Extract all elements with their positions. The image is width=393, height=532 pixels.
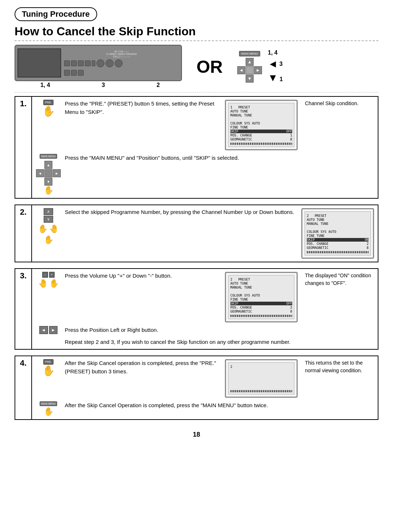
step-3-block: 3. − + ✋ ✋ Press the Volume Up "+" or Do… [15, 268, 378, 350]
step-3-icon-vol: − + ✋ ✋ [36, 272, 61, 288]
step-1-text-1: Press the "PRE." (PRESET) button 5 times… [65, 100, 221, 116]
step-4-text-1: After the Skip Cancel operation is compl… [65, 359, 221, 376]
step-4-content: PRE. ✋ After the Skip Cancel operation i… [32, 356, 378, 419]
step-3-screen: 2 PRESET AUTO TUNE MANUAL TUNE COLOUR SY… [225, 272, 298, 322]
step-3-text-2: Press the Position Left or Right button. [65, 326, 374, 334]
step-3-row-1: − + ✋ ✋ Press the Volume Up "+" or Down … [36, 272, 374, 322]
title-text: Tuning Procedure [22, 9, 90, 19]
step-2-row-1: ∧ ∨ ✋ ✋ ✋ Select the skipped Programme N… [36, 208, 374, 259]
step-4-icon-pre: PRE. ✋ [36, 359, 61, 377]
step-2-content: ∧ ∨ ✋ ✋ ✋ Select the skipped Programme N… [32, 205, 378, 262]
step-3-content: − + ✋ ✋ Press the Volume Up "+" or Down … [32, 269, 378, 349]
or-text: OR [196, 57, 223, 77]
step-3-row-2: ◄ ► Press the Position Left or Right but… [36, 326, 374, 334]
step-4-text-2: After the Skip Cancel Operation is compl… [65, 401, 374, 410]
diagram-label-1-4: 1, 4 [40, 82, 50, 88]
step-4-row-1: PRE. ✋ After the Skip Cancel operation i… [36, 359, 374, 398]
step-1-row-2: MAIN MENU ▲ ◄ ► ▼ ✋ Press the "MAIN ME [36, 154, 374, 195]
or-divider: OR [196, 57, 223, 77]
step-3-text-1: Press the Volume Up "+" or Down "-" butt… [65, 272, 221, 280]
step-1-screen: 1 PRESET AUTO TUNE MANUAL TUNE COLOUR SY… [225, 100, 298, 150]
step-1-row-1: PRE. ✋ Press the "PRE." (PRESET) button … [36, 100, 374, 150]
step-1-content: PRE. ✋ Press the "PRE." (PRESET) button … [32, 97, 378, 198]
step-3-number: 3. [15, 269, 32, 349]
step-1-block: 1. PRE. ✋ Press the "PRE." (PRESET) butt… [15, 96, 378, 199]
step-4-number: 4. [15, 356, 32, 419]
step-1-icon-mainmenu: MAIN MENU ▲ ◄ ► ▼ ✋ [36, 154, 61, 195]
step-1-number: 1. [15, 97, 32, 198]
steps-container: 1. PRE. ✋ Press the "PRE." (PRESET) butt… [15, 96, 378, 420]
main-heading: How to Cancel the Skip Function [15, 25, 378, 41]
tv-diagram: AV 2 IN ——S VIDEO VIDEO #AUDIO#CH△▽ — — … [15, 45, 378, 92]
step-1-text-2: Press the "MAIN MENU" and "Position" but… [65, 154, 374, 162]
remote-right: MAIN MENU ▲ ◄ ► ▼ 1, 4 [237, 49, 283, 84]
tv-small-screen [17, 48, 61, 78]
step-2-text: Select the skipped Programme Number, by … [65, 208, 298, 217]
step-3-note: The displayed "ON" condition changes to … [301, 272, 374, 287]
step-2-number: 2. [15, 205, 32, 262]
tv-front-panel: AV 2 IN ——S VIDEO VIDEO #AUDIO#CH△▽ — — … [15, 45, 182, 88]
step-1-note-1: Channel Skip condition. [301, 100, 374, 107]
main-menu-icon: MAIN MENU [239, 51, 260, 56]
step-2-block: 2. ∧ ∨ ✋ ✋ ✋ Select the skipped [15, 205, 378, 262]
step-3-icon-lr: ◄ ► [36, 326, 61, 334]
right-label-1-4: 1, 4 [268, 49, 278, 56]
step-2-screen: 2 PRESET AUTO TUNE MANUAL TUNE COLOUR SY… [301, 208, 374, 259]
step-3-text-3: Repeat step 2 and 3, If you wish to canc… [65, 338, 374, 346]
diagram-label-3: 3 [102, 82, 105, 88]
diagram-label-2: 2 [156, 82, 160, 88]
step-3-row-3: Repeat step 2 and 3, If you wish to canc… [36, 338, 374, 346]
right-label-3: 3 [279, 61, 283, 67]
step-1-icon-pre: PRE. ✋ [36, 100, 61, 117]
step-4-icon-mainmenu: MAIN MENU ✋ [36, 401, 61, 416]
step-4-note: This returns the set to the normal viewi… [301, 359, 374, 374]
remote-arrow-cluster: ▲ ◄ ► ▼ [237, 58, 262, 83]
step-4-screen: 2 [225, 359, 298, 398]
step-2-icon: ∧ ∨ ✋ ✋ ✋ [36, 208, 61, 245]
step-4-block: 4. PRE. ✋ After the Skip Cancel operatio… [15, 356, 378, 420]
step-4-row-2: MAIN MENU ✋ After the Skip Cancel Operat… [36, 401, 374, 416]
title-badge: Tuning Procedure [15, 7, 97, 21]
tv-label: AV 2 IN ——S VIDEO VIDEO #AUDIO#CH△▽ — — … [64, 50, 179, 58]
right-label-1: 1 [279, 76, 283, 82]
page-number: 18 [15, 431, 378, 438]
tv-control-panel: AV 2 IN ——S VIDEO VIDEO #AUDIO#CH△▽ — — … [64, 50, 179, 76]
